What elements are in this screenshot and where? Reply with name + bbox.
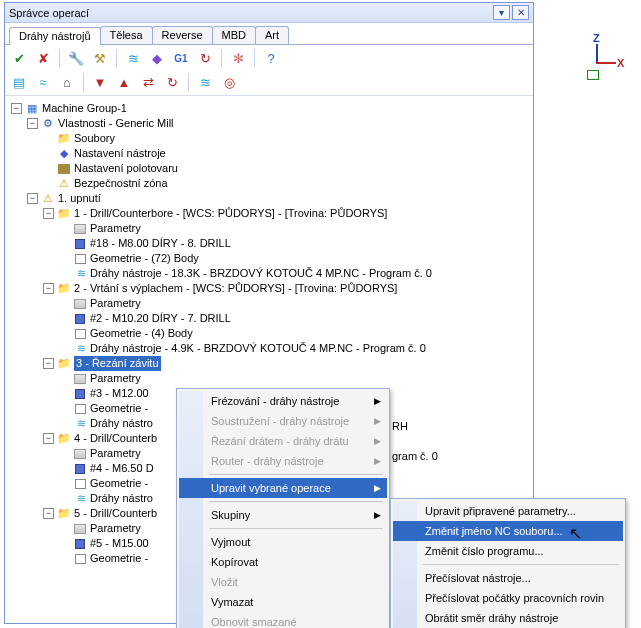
drill-icon xyxy=(73,462,87,475)
window-title: Správce operací xyxy=(9,7,491,19)
tab-toolpaths[interactable]: Dráhy nástrojů xyxy=(9,27,101,45)
folder-icon: 📁 xyxy=(57,207,71,220)
collapse-icon[interactable]: − xyxy=(43,433,54,444)
mill-icon: ⚙ xyxy=(41,117,55,130)
swap-icon[interactable]: ⇄ xyxy=(138,72,158,92)
tree-stock-setting[interactable]: Nastavení polotovaru xyxy=(7,161,533,176)
chevron-right-icon: ▶ xyxy=(374,451,381,471)
axis-x-label: X xyxy=(617,57,624,69)
tree-op-2-path[interactable]: ≋Dráhy nástroje - 4.9K - BRZDOVÝ KOTOUČ … xyxy=(7,341,533,356)
tab-mbd[interactable]: MBD xyxy=(212,26,256,44)
verify-icon[interactable]: ≋ xyxy=(123,48,143,68)
separator xyxy=(83,73,84,91)
collapse-icon[interactable]: − xyxy=(43,208,54,219)
stock-icon xyxy=(57,162,71,175)
drill-icon xyxy=(73,237,87,250)
minimize-button[interactable]: ▾ xyxy=(493,5,510,20)
target-icon[interactable]: ◎ xyxy=(219,72,239,92)
menu-groups[interactable]: Skupiny▶ xyxy=(179,505,387,525)
drill-icon xyxy=(73,387,87,400)
tree-op-1-tool[interactable]: #18 - M8.00 DÍRY - 8. DRILL xyxy=(7,236,533,251)
menu-turning: Soustružení - dráhy nástroje▶ xyxy=(179,411,387,431)
select-none-icon[interactable]: ✘ xyxy=(33,48,53,68)
up-icon[interactable]: ▲ xyxy=(114,72,134,92)
collapse-icon[interactable]: − xyxy=(43,283,54,294)
chevron-right-icon: ▶ xyxy=(374,391,381,411)
tree-files[interactable]: 📁Soubory xyxy=(7,131,533,146)
collapse-icon[interactable]: − xyxy=(11,103,22,114)
separator xyxy=(188,73,189,91)
tree-root[interactable]: −▦Machine Group-1 xyxy=(7,101,533,116)
chevron-right-icon: ▶ xyxy=(374,431,381,451)
chevron-right-icon: ▶ xyxy=(374,478,381,498)
post-g1-icon[interactable]: G1 xyxy=(171,48,191,68)
submenu-change-prog[interactable]: Změnit číslo programu... xyxy=(393,541,623,561)
tree-op-1-path[interactable]: ≋Dráhy nástroje - 18.3K - BRZDOVÝ KOTOUČ… xyxy=(7,266,533,281)
geometry-icon xyxy=(73,252,87,265)
menu-cut[interactable]: Vyjmout xyxy=(179,532,387,552)
chevron-right-icon: ▶ xyxy=(374,411,381,431)
params-icon xyxy=(73,447,87,460)
tree-tool-setting[interactable]: ◆Nastavení nástroje xyxy=(7,146,533,161)
close-button[interactable]: ✕ xyxy=(512,5,529,20)
submenu-renum-tools[interactable]: Přečíslovat nástroje... xyxy=(393,568,623,588)
geometry-icon xyxy=(73,327,87,340)
tree-op-2-geom[interactable]: Geometrie - (4) Body xyxy=(7,326,533,341)
tree-op-3[interactable]: −📁3 - Řezání závitu xyxy=(7,356,533,371)
tab-art[interactable]: Art xyxy=(255,26,289,44)
simulate-icon[interactable]: ◆ xyxy=(147,48,167,68)
tab-reverse[interactable]: Reverse xyxy=(152,26,213,44)
collapse-icon[interactable]: − xyxy=(27,118,38,129)
cycle-icon[interactable]: ↻ xyxy=(162,72,182,92)
submenu-edit-params[interactable]: Upravit připravené parametry... xyxy=(393,501,623,521)
collapse-icon[interactable]: − xyxy=(27,193,38,204)
chevron-right-icon: ▶ xyxy=(374,505,381,525)
tree-setup[interactable]: −⚠1. upnutí xyxy=(7,191,533,206)
wire-icon[interactable]: ≈ xyxy=(33,72,53,92)
collapse-icon[interactable]: − xyxy=(43,358,54,369)
axis-gizmo: Z X xyxy=(577,34,627,84)
refresh-icon[interactable]: ↻ xyxy=(195,48,215,68)
tree-properties[interactable]: −⚙Vlastnosti - Generic Mill xyxy=(7,116,533,131)
tree-op-1[interactable]: −📁1 - Drill/Counterbore - [WCS: PŮDORYS]… xyxy=(7,206,533,221)
folder-icon: 📁 xyxy=(57,357,71,370)
menu-delete[interactable]: Vymazat xyxy=(179,592,387,612)
toolbar: ✔ ✘ 🔧 ⚒ ≋ ◆ G1 ↻ ✻ ? ▤ ≈ ⌂ ▼ ▲ ⇄ ↻ ≋ ◎ xyxy=(5,45,533,96)
tree-op-2-param[interactable]: Parametry xyxy=(7,296,533,311)
submenu-renum-wcs[interactable]: Přečíslovat počátky pracovních rovin xyxy=(393,588,623,608)
submenu-rename-nc[interactable]: Změnit jméno NC souboru... xyxy=(393,521,623,541)
tool-cross-icon[interactable]: ⚒ xyxy=(90,48,110,68)
separator xyxy=(116,49,117,67)
folder-icon: 📁 xyxy=(57,432,71,445)
tree-op-3-param[interactable]: Parametry xyxy=(7,371,533,386)
lock-icon[interactable]: ⌂ xyxy=(57,72,77,92)
down-icon[interactable]: ▼ xyxy=(90,72,110,92)
tree-op-2[interactable]: −📁2 - Vrtání s výplachem - [WCS: PŮDORYS… xyxy=(7,281,533,296)
tree-op-1-geom[interactable]: Geometrie - (72) Body xyxy=(7,251,533,266)
select-all-icon[interactable]: ✔ xyxy=(9,48,29,68)
tool-settings-icon[interactable]: 🔧 xyxy=(66,48,86,68)
tree-op-2-tool[interactable]: #2 - M10.20 DÍRY - 7. DRILL xyxy=(7,311,533,326)
toolpath-icon[interactable]: ▤ xyxy=(9,72,29,92)
tree-safety-zone[interactable]: ⚠Bezpečnostní zóna xyxy=(7,176,533,191)
collapse-icon[interactable]: − xyxy=(43,508,54,519)
menu-separator xyxy=(423,564,619,565)
folder-icon: 📁 xyxy=(57,132,71,145)
tab-solids[interactable]: Tělesa xyxy=(100,26,153,44)
toolbar-row-2: ▤ ≈ ⌂ ▼ ▲ ⇄ ↻ ≋ ◎ xyxy=(9,72,529,92)
menu-separator xyxy=(209,528,383,529)
tree-op-1-param[interactable]: Parametry xyxy=(7,221,533,236)
menu-edit-selected[interactable]: Upravit vybrané operace▶ xyxy=(179,478,387,498)
menu-copy[interactable]: Kopírovat xyxy=(179,552,387,572)
menu-paste: Vložit xyxy=(179,572,387,592)
context-submenu: Upravit připravené parametry... Změnit j… xyxy=(390,498,626,628)
path-display-icon[interactable]: ≋ xyxy=(195,72,215,92)
submenu-reverse[interactable]: Obrátit směr dráhy nástroje xyxy=(393,608,623,628)
diamond-icon: ◆ xyxy=(57,147,71,160)
machine-group-icon: ▦ xyxy=(25,102,39,115)
help-icon[interactable]: ? xyxy=(261,48,281,68)
settings-icon[interactable]: ✻ xyxy=(228,48,248,68)
params-icon xyxy=(73,222,87,235)
geometry-icon xyxy=(73,477,87,490)
menu-milling[interactable]: Frézování - dráhy nástroje▶ xyxy=(179,391,387,411)
